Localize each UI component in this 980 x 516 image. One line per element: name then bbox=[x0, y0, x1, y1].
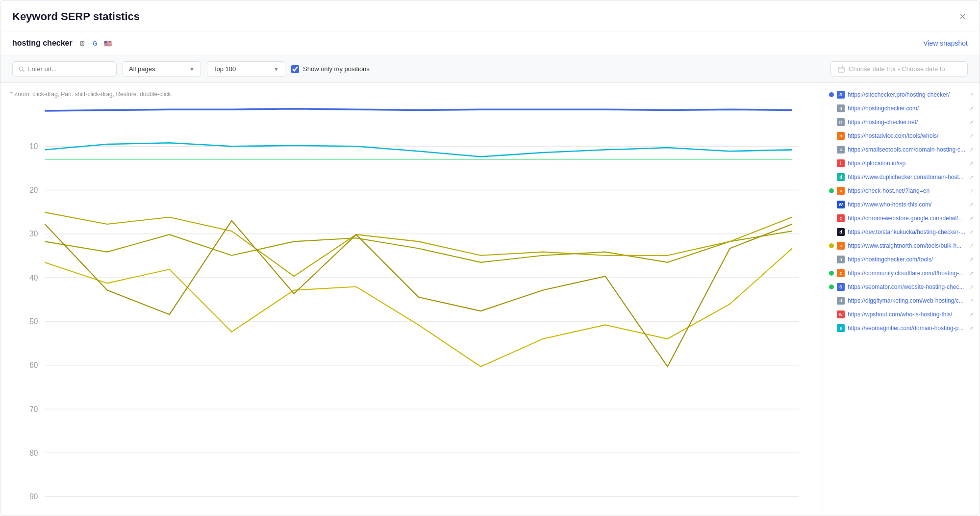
sidebar-item[interactable]: whttps://wpshout.com/who-is-hosting-this… bbox=[823, 308, 980, 321]
favicon: h bbox=[837, 256, 845, 263]
date-filter[interactable]: Choose date fror - Choose date to bbox=[830, 61, 968, 77]
external-link-icon[interactable]: ↗ bbox=[969, 229, 974, 235]
line-hostingchecker bbox=[45, 143, 792, 156]
external-link-icon[interactable]: ↗ bbox=[969, 160, 974, 167]
status-dot bbox=[829, 133, 834, 138]
status-dot bbox=[829, 92, 834, 97]
desktop-icon: 🖥 bbox=[77, 38, 87, 48]
url-text: https://www.who-hosts-this.com/ bbox=[848, 201, 966, 208]
url-text: https://iplocation.io/isp bbox=[848, 160, 966, 167]
external-link-icon[interactable]: ↗ bbox=[969, 298, 974, 304]
favicon: W bbox=[837, 201, 845, 208]
status-dot bbox=[829, 175, 834, 180]
external-link-icon[interactable]: ↗ bbox=[969, 147, 974, 153]
status-dot bbox=[829, 106, 834, 111]
sidebar-item[interactable]: shttps://www.straightnorth.com/tools/bul… bbox=[823, 239, 980, 253]
sidebar-item[interactable]: chttps://chromewebstore.google.com/detai… bbox=[823, 211, 980, 225]
status-dot bbox=[829, 188, 834, 193]
calendar-icon bbox=[838, 66, 845, 73]
search-icon bbox=[19, 66, 25, 72]
svg-text:80: 80 bbox=[29, 449, 38, 457]
svg-text:60: 60 bbox=[29, 361, 38, 369]
keyword-info: hosting checker 🖥 G 🇺🇸 bbox=[12, 38, 113, 48]
url-filter-wrapper[interactable] bbox=[12, 61, 117, 77]
url-text: https://hostingchecker.com/tools/ bbox=[848, 256, 966, 263]
keyword-icons: 🖥 G 🇺🇸 bbox=[77, 38, 113, 48]
sidebar-item[interactable]: Shttps://sitechecker.pro/hosting-checker… bbox=[823, 88, 980, 102]
my-positions-filter[interactable]: Show only my positions bbox=[291, 65, 370, 73]
external-link-icon[interactable]: ↗ bbox=[969, 188, 974, 194]
favicon: d bbox=[837, 228, 845, 236]
external-link-icon[interactable]: ↗ bbox=[969, 284, 974, 290]
svg-rect-2 bbox=[838, 67, 844, 72]
favicon: s bbox=[837, 324, 845, 332]
sidebar-item[interactable]: shttps://seomagnifier.com/domain-hosting… bbox=[823, 321, 980, 335]
favicon: S bbox=[837, 283, 845, 291]
external-link-icon[interactable]: ↗ bbox=[969, 270, 974, 277]
svg-text:20: 20 bbox=[29, 186, 38, 194]
sidebar-item[interactable]: dhttps://www.duplichecker.com/domain-hos… bbox=[823, 170, 980, 184]
view-snapshot-button[interactable]: View snapshot bbox=[923, 39, 968, 47]
url-text: https://seomator.com/website-hosting-che… bbox=[848, 284, 966, 290]
url-text: https://www.duplichecker.com/domain-host… bbox=[848, 174, 966, 181]
external-link-icon[interactable]: ↗ bbox=[969, 119, 974, 126]
top-dropdown-arrow: ▼ bbox=[274, 66, 279, 72]
chart-wrapper[interactable]: .grid-line { stroke: #e8e8e8; stroke-wid… bbox=[10, 103, 813, 516]
favicon: d bbox=[837, 297, 845, 305]
svg-line-1 bbox=[23, 70, 24, 72]
external-link-icon[interactable]: ↗ bbox=[969, 174, 974, 181]
top-filter[interactable]: Top 100 ▼ bbox=[207, 61, 285, 77]
url-text: https://hosting-checker.net/ bbox=[848, 119, 966, 126]
status-dot bbox=[829, 230, 834, 234]
favicon: S bbox=[837, 91, 845, 99]
sidebar-item[interactable]: chttps://community.cloudflare.com/t/host… bbox=[823, 266, 980, 280]
google-icon: G bbox=[90, 38, 100, 48]
url-text: https://www.straightnorth.com/tools/bulk… bbox=[848, 242, 966, 249]
url-text: https://diggitymarketing.com/web-hosting… bbox=[848, 297, 966, 304]
my-positions-checkbox[interactable] bbox=[291, 65, 299, 73]
external-link-icon[interactable]: ↗ bbox=[969, 133, 974, 139]
sidebar-item[interactable]: chttps://check-host.net/?lang=en↗ bbox=[823, 184, 980, 198]
status-dot bbox=[829, 161, 834, 166]
url-filter-input[interactable] bbox=[27, 65, 110, 73]
pages-filter[interactable]: All pages ▼ bbox=[123, 61, 201, 77]
sidebar-item[interactable]: Shttps://seomator.com/website-hosting-ch… bbox=[823, 280, 980, 294]
line-sitechecker bbox=[45, 109, 792, 111]
status-dot bbox=[829, 271, 834, 276]
url-text: https://hostingchecker.com/ bbox=[848, 105, 966, 112]
sidebar-item[interactable]: shttps://smallseotools.com/domain-hostin… bbox=[823, 143, 980, 156]
url-text: https://hostadvice.com/tools/whois/ bbox=[848, 132, 966, 139]
sidebar-item[interactable]: dhttps://dev.to/stankukucka/hosting-chec… bbox=[823, 225, 980, 239]
external-link-icon[interactable]: ↗ bbox=[969, 105, 974, 112]
filters-bar: All pages ▼ Top 100 ▼ Show only my posit… bbox=[0, 55, 980, 83]
external-link-icon[interactable]: ↗ bbox=[969, 257, 974, 263]
svg-text:10: 10 bbox=[29, 142, 38, 151]
external-link-icon[interactable]: ↗ bbox=[969, 243, 974, 249]
date-filter-label: Choose date fror - Choose date to bbox=[849, 65, 945, 73]
sidebar-item[interactable]: Whttps://www.who-hosts-this.com/↗ bbox=[823, 198, 980, 211]
favicon: h bbox=[837, 132, 845, 140]
url-text: https://sitechecker.pro/hosting-checker/ bbox=[848, 91, 966, 98]
sidebar-item[interactable]: hhttps://hostadvice.com/tools/whois/↗ bbox=[823, 129, 980, 143]
external-link-icon[interactable]: ↗ bbox=[969, 215, 974, 222]
external-link-icon[interactable]: ↗ bbox=[969, 311, 974, 318]
modal-title: Keyword SERP statistics bbox=[12, 10, 140, 23]
serp-chart[interactable]: .grid-line { stroke: #e8e8e8; stroke-wid… bbox=[10, 103, 813, 516]
url-text: https://smallseotools.com/domain-hosting… bbox=[848, 146, 966, 153]
external-link-icon[interactable]: ↗ bbox=[969, 325, 974, 332]
external-link-icon[interactable]: ↗ bbox=[969, 202, 974, 208]
sidebar-item[interactable]: ihttps://iplocation.io/isp↗ bbox=[823, 156, 980, 170]
status-dot bbox=[829, 257, 834, 262]
url-text: https://community.cloudflare.com/t/hosti… bbox=[848, 270, 966, 277]
sidebar-item[interactable]: hhttps://hostingchecker.com/tools/↗ bbox=[823, 253, 980, 266]
sidebar-item[interactable]: dhttps://diggitymarketing.com/web-hostin… bbox=[823, 294, 980, 308]
external-link-icon[interactable]: ↗ bbox=[969, 92, 974, 98]
url-text: https://dev.to/stankukucka/hosting-check… bbox=[848, 229, 966, 235]
close-button[interactable]: × bbox=[957, 9, 968, 24]
svg-text:90: 90 bbox=[29, 492, 38, 501]
status-dot bbox=[829, 284, 834, 289]
line-lower2 bbox=[45, 221, 792, 367]
sidebar-item[interactable]: Hhttps://hosting-checker.net/↗ bbox=[823, 115, 980, 129]
favicon: w bbox=[837, 310, 845, 318]
sidebar-item[interactable]: hhttps://hostingchecker.com/↗ bbox=[823, 102, 980, 115]
